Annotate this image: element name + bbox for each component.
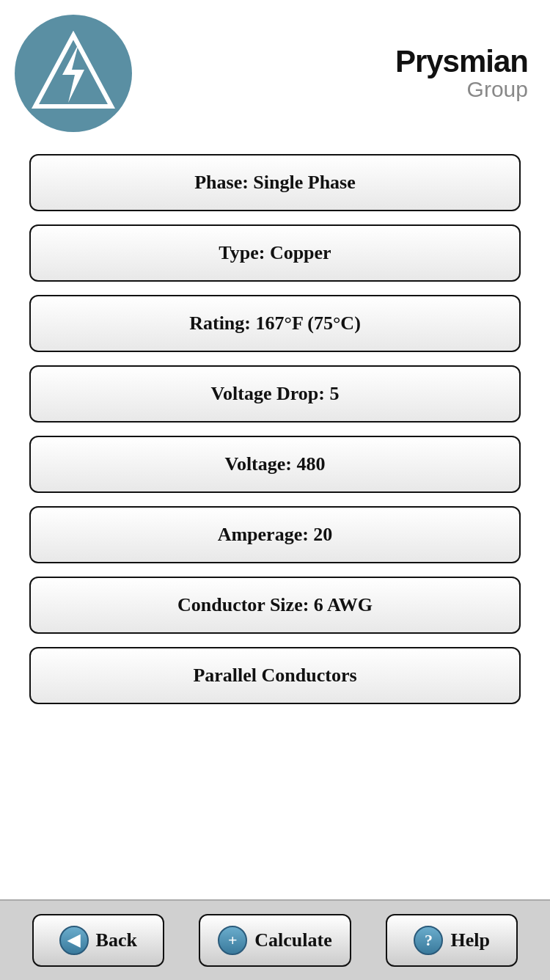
voltage-button[interactable]: Voltage: 480 xyxy=(29,436,521,493)
voltage-drop-button[interactable]: Voltage Drop: 5 xyxy=(29,365,521,423)
bottom-toolbar: ◀ Back + Calculate ? Help xyxy=(0,899,550,980)
amperage-button[interactable]: Amperage: 20 xyxy=(29,506,521,563)
calculate-button[interactable]: + Calculate xyxy=(199,914,351,967)
calculate-label: Calculate xyxy=(254,929,331,951)
type-button[interactable]: Type: Copper xyxy=(29,224,521,282)
calculate-icon: + xyxy=(218,926,247,955)
header: Prysmian Group xyxy=(0,0,550,139)
conductor-size-button[interactable]: Conductor Size: 6 AWG xyxy=(29,577,521,634)
brand-name: Prysmian Group xyxy=(395,46,528,101)
back-button[interactable]: ◀ Back xyxy=(32,914,164,967)
help-label: Help xyxy=(450,929,489,951)
back-icon: ◀ xyxy=(59,926,89,955)
back-label: Back xyxy=(96,929,137,951)
logo xyxy=(15,15,132,132)
rating-button[interactable]: Rating: 167°F (75°C) xyxy=(29,295,521,352)
brand-group-text: Group xyxy=(395,77,528,101)
brand-prysmian-text: Prysmian xyxy=(395,46,528,77)
phase-button[interactable]: Phase: Single Phase xyxy=(29,154,521,211)
parallel-conductors-button[interactable]: Parallel Conductors xyxy=(29,647,521,704)
help-icon: ? xyxy=(414,926,443,955)
main-content: Phase: Single Phase Type: Copper Rating:… xyxy=(0,139,550,712)
help-button[interactable]: ? Help xyxy=(386,914,518,967)
